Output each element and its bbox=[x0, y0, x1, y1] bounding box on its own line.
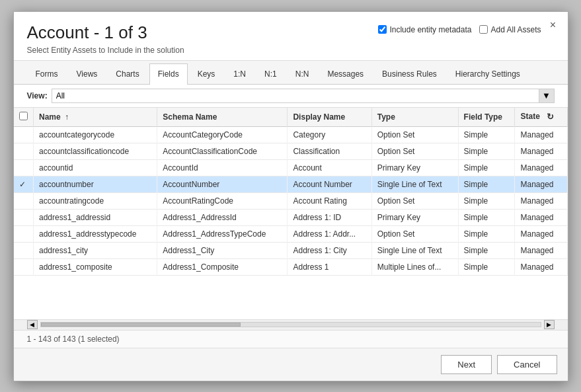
table-row[interactable]: address1_addresstypecodeAddress1_Address… bbox=[14, 225, 568, 242]
tab-charts[interactable]: Charts bbox=[107, 63, 147, 84]
col-display-name[interactable]: Display Name bbox=[288, 108, 371, 127]
col-name[interactable]: Name ↑ bbox=[34, 108, 157, 127]
refresh-icon[interactable]: ↻ bbox=[547, 112, 554, 122]
tab-nn[interactable]: N:N bbox=[287, 63, 318, 84]
row-state: Managed bbox=[515, 258, 567, 275]
next-button[interactable]: Next bbox=[441, 355, 492, 374]
row-display-name: Address 1: ID bbox=[288, 209, 371, 225]
row-name: accountid bbox=[34, 159, 157, 176]
row-check-cell[interactable] bbox=[14, 209, 34, 225]
row-type: Option Set bbox=[371, 126, 458, 143]
row-schema-name: Address1_Composite bbox=[157, 258, 288, 275]
row-field-type: Simple bbox=[458, 258, 515, 275]
tab-keys[interactable]: Keys bbox=[189, 63, 224, 84]
tab-messages[interactable]: Messages bbox=[319, 63, 372, 84]
row-state: Managed bbox=[515, 209, 567, 225]
table-row[interactable]: address1_addressidAddress1_AddressIdAddr… bbox=[14, 209, 568, 225]
row-name: accountclassificationcode bbox=[34, 143, 157, 159]
row-field-type: Simple bbox=[458, 192, 515, 209]
row-field-type: Simple bbox=[458, 209, 515, 225]
col-schema-name[interactable]: Schema Name bbox=[157, 108, 288, 127]
cancel-button[interactable]: Cancel bbox=[497, 355, 557, 374]
table-row[interactable]: accountclassificationcodeAccountClassifi… bbox=[14, 143, 568, 159]
view-select[interactable]: All bbox=[52, 89, 555, 103]
row-type: Single Line of Text bbox=[371, 176, 458, 192]
row-field-type: Simple bbox=[458, 225, 515, 242]
tabs-bar: Forms Views Charts Fields Keys 1:N N:1 N… bbox=[14, 61, 568, 85]
col-state[interactable]: State ↻ bbox=[515, 108, 567, 127]
row-type: Option Set bbox=[371, 143, 458, 159]
row-type: Option Set bbox=[371, 192, 458, 209]
row-field-type: Simple bbox=[458, 159, 515, 176]
scroll-left-button[interactable]: ◀ bbox=[27, 320, 38, 329]
table-row[interactable]: accountcategorycodeAccountCategoryCodeCa… bbox=[14, 126, 568, 143]
tab-fields[interactable]: Fields bbox=[149, 63, 188, 85]
sort-asc-icon: ↑ bbox=[65, 112, 69, 122]
tab-forms[interactable]: Forms bbox=[27, 63, 67, 84]
row-check-cell[interactable] bbox=[14, 258, 34, 275]
row-display-name: Account bbox=[288, 159, 371, 176]
fields-table: Name ↑ Schema Name Display Name Type Fie… bbox=[14, 108, 568, 276]
row-schema-name: AccountRatingCode bbox=[157, 192, 288, 209]
table-row[interactable]: ✓accountnumberAccountNumberAccount Numbe… bbox=[14, 176, 568, 192]
row-field-type: Simple bbox=[458, 126, 515, 143]
row-check-cell[interactable] bbox=[14, 143, 34, 159]
row-check-cell[interactable] bbox=[14, 159, 34, 176]
select-all-checkbox[interactable] bbox=[19, 112, 28, 120]
row-schema-name: AccountClassificationCode bbox=[157, 143, 288, 159]
row-name: address1_city bbox=[34, 242, 157, 258]
row-name: accountcategorycode bbox=[34, 126, 157, 143]
tab-business-rules[interactable]: Business Rules bbox=[373, 63, 445, 84]
dialog-header: Account - 1 of 3 Select Entity Assets to… bbox=[14, 12, 568, 61]
scroll-thumb[interactable] bbox=[41, 323, 241, 327]
table-row[interactable]: accountidAccountIdAccountPrimary KeySimp… bbox=[14, 159, 568, 176]
row-name: accountnumber bbox=[34, 176, 157, 192]
view-label: View: bbox=[27, 91, 48, 100]
row-type: Primary Key bbox=[371, 209, 458, 225]
row-name: accountratingcode bbox=[34, 192, 157, 209]
add-all-assets-checkbox[interactable] bbox=[479, 25, 488, 34]
row-type: Option Set bbox=[371, 225, 458, 242]
include-metadata-label[interactable]: Include entity metadata bbox=[378, 25, 471, 34]
row-state: Managed bbox=[515, 126, 567, 143]
row-display-name: Account Number bbox=[288, 176, 371, 192]
row-check-cell[interactable] bbox=[14, 192, 34, 209]
col-field-type[interactable]: Field Type bbox=[458, 108, 515, 127]
status-bar: 1 - 143 of 143 (1 selected) bbox=[14, 330, 568, 348]
row-name: address1_addressid bbox=[34, 209, 157, 225]
row-display-name: Address 1 bbox=[288, 258, 371, 275]
scroll-track[interactable] bbox=[40, 322, 541, 327]
row-state: Managed bbox=[515, 143, 567, 159]
row-check-cell[interactable] bbox=[14, 225, 34, 242]
row-state: Managed bbox=[515, 159, 567, 176]
dialog-subtitle: Select Entity Assets to Include in the s… bbox=[27, 46, 555, 55]
table-header-row: Name ↑ Schema Name Display Name Type Fie… bbox=[14, 108, 568, 127]
row-field-type: Simple bbox=[458, 242, 515, 258]
tab-1n[interactable]: 1:N bbox=[225, 63, 254, 84]
view-bar: View: All ▼ bbox=[14, 85, 568, 108]
row-checkmark: ✓ bbox=[19, 180, 26, 189]
tab-hierarchy-settings[interactable]: Hierarchy Settings bbox=[447, 63, 529, 84]
row-field-type: Simple bbox=[458, 143, 515, 159]
col-type[interactable]: Type bbox=[371, 108, 458, 127]
table-row[interactable]: accountratingcodeAccountRatingCodeAccoun… bbox=[14, 192, 568, 209]
row-check-cell[interactable] bbox=[14, 126, 34, 143]
row-check-cell[interactable] bbox=[14, 242, 34, 258]
scroll-right-button[interactable]: ▶ bbox=[544, 320, 555, 329]
horizontal-scrollbar: ◀ ▶ bbox=[14, 319, 568, 330]
row-type: Multiple Lines of... bbox=[371, 258, 458, 275]
row-state: Managed bbox=[515, 242, 567, 258]
footer: Next Cancel bbox=[14, 348, 568, 381]
add-all-assets-label[interactable]: Add All Assets bbox=[479, 25, 541, 34]
row-display-name: Account Rating bbox=[288, 192, 371, 209]
row-check-cell[interactable]: ✓ bbox=[14, 176, 34, 192]
table-row[interactable]: address1_cityAddress1_CityAddress 1: Cit… bbox=[14, 242, 568, 258]
row-name: address1_addresstypecode bbox=[34, 225, 157, 242]
row-name: address1_composite bbox=[34, 258, 157, 275]
tab-views[interactable]: Views bbox=[68, 63, 106, 84]
row-type: Primary Key bbox=[371, 159, 458, 176]
table-row[interactable]: address1_compositeAddress1_CompositeAddr… bbox=[14, 258, 568, 275]
include-metadata-checkbox[interactable] bbox=[378, 25, 387, 34]
tab-n1[interactable]: N:1 bbox=[256, 63, 286, 84]
view-select-wrapper: All ▼ bbox=[52, 89, 555, 103]
